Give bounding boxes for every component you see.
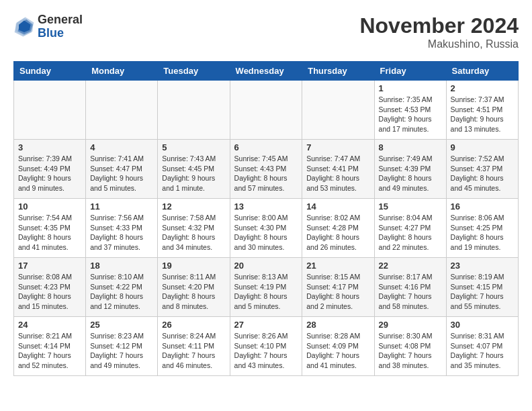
day-info: Sunrise: 7:58 AM Sunset: 4:32 PM Dayligh…	[162, 213, 225, 253]
header-saturday: Saturday	[446, 62, 518, 81]
calendar-cell-w5-d4: 27Sunrise: 8:26 AM Sunset: 4:10 PM Dayli…	[230, 317, 302, 376]
day-info: Sunrise: 7:56 AM Sunset: 4:33 PM Dayligh…	[90, 213, 153, 253]
day-number: 11	[90, 201, 153, 212]
day-info: Sunrise: 8:21 AM Sunset: 4:14 PM Dayligh…	[18, 331, 81, 371]
location: Makushino, Russia	[359, 38, 519, 50]
title-block: November 2024 Makushino, Russia	[359, 13, 519, 50]
calendar-cell-w3-d2: 11Sunrise: 7:56 AM Sunset: 4:33 PM Dayli…	[86, 199, 158, 258]
day-info: Sunrise: 8:11 AM Sunset: 4:20 PM Dayligh…	[162, 272, 225, 312]
week-row-3: 10Sunrise: 7:54 AM Sunset: 4:35 PM Dayli…	[14, 199, 519, 258]
calendar-cell-w5-d2: 25Sunrise: 8:23 AM Sunset: 4:12 PM Dayli…	[86, 317, 158, 376]
day-info: Sunrise: 7:54 AM Sunset: 4:35 PM Dayligh…	[18, 213, 81, 253]
day-number: 22	[379, 261, 442, 271]
day-info: Sunrise: 7:47 AM Sunset: 4:41 PM Dayligh…	[306, 154, 369, 193]
calendar-cell-w1-d2	[86, 81, 158, 140]
day-info: Sunrise: 8:26 AM Sunset: 4:10 PM Dayligh…	[234, 331, 298, 371]
calendar-cell-w5-d3: 26Sunrise: 8:24 AM Sunset: 4:11 PM Dayli…	[158, 317, 230, 376]
day-number: 13	[234, 201, 298, 212]
day-info: Sunrise: 7:52 AM Sunset: 4:37 PM Dayligh…	[451, 154, 514, 193]
day-number: 19	[162, 261, 225, 271]
day-number: 25	[90, 320, 153, 330]
weekday-header-row: Sunday Monday Tuesday Wednesday Thursday…	[14, 62, 519, 81]
day-info: Sunrise: 8:24 AM Sunset: 4:11 PM Dayligh…	[162, 331, 225, 371]
header-monday: Monday	[86, 62, 158, 81]
week-row-4: 17Sunrise: 8:08 AM Sunset: 4:23 PM Dayli…	[14, 258, 519, 317]
calendar-cell-w3-d4: 13Sunrise: 8:00 AM Sunset: 4:30 PM Dayli…	[230, 199, 302, 258]
week-row-1: 1Sunrise: 7:35 AM Sunset: 4:53 PM Daylig…	[14, 81, 519, 140]
day-info: Sunrise: 7:43 AM Sunset: 4:45 PM Dayligh…	[162, 154, 225, 193]
day-info: Sunrise: 8:23 AM Sunset: 4:12 PM Dayligh…	[90, 331, 153, 371]
logo-blue: Blue	[38, 27, 83, 40]
calendar-cell-w4-d6: 22Sunrise: 8:17 AM Sunset: 4:16 PM Dayli…	[374, 258, 446, 317]
calendar-cell-w1-d6: 1Sunrise: 7:35 AM Sunset: 4:53 PM Daylig…	[374, 81, 446, 140]
day-info: Sunrise: 8:10 AM Sunset: 4:22 PM Dayligh…	[90, 272, 153, 312]
calendar-cell-w4-d1: 17Sunrise: 8:08 AM Sunset: 4:23 PM Dayli…	[14, 258, 86, 317]
day-info: Sunrise: 8:00 AM Sunset: 4:30 PM Dayligh…	[234, 213, 298, 253]
day-number: 16	[451, 201, 514, 212]
calendar-cell-w1-d4	[230, 81, 302, 140]
day-number: 10	[18, 201, 81, 212]
day-number: 9	[451, 142, 514, 152]
calendar-cell-w5-d6: 29Sunrise: 8:30 AM Sunset: 4:08 PM Dayli…	[374, 317, 446, 376]
calendar-cell-w4-d2: 18Sunrise: 8:10 AM Sunset: 4:22 PM Dayli…	[86, 258, 158, 317]
day-number: 15	[379, 201, 442, 212]
calendar-cell-w2-d5: 7Sunrise: 7:47 AM Sunset: 4:41 PM Daylig…	[302, 140, 374, 199]
day-info: Sunrise: 8:19 AM Sunset: 4:15 PM Dayligh…	[451, 272, 514, 312]
calendar-cell-w3-d1: 10Sunrise: 7:54 AM Sunset: 4:35 PM Dayli…	[14, 199, 86, 258]
calendar-cell-w3-d7: 16Sunrise: 8:06 AM Sunset: 4:25 PM Dayli…	[446, 199, 518, 258]
calendar-cell-w2-d3: 5Sunrise: 7:43 AM Sunset: 4:45 PM Daylig…	[158, 140, 230, 199]
day-info: Sunrise: 8:13 AM Sunset: 4:19 PM Dayligh…	[234, 272, 298, 312]
calendar-cell-w1-d3	[158, 81, 230, 140]
day-number: 3	[18, 142, 81, 152]
day-info: Sunrise: 8:06 AM Sunset: 4:25 PM Dayligh…	[451, 213, 514, 253]
calendar-cell-w4-d5: 21Sunrise: 8:15 AM Sunset: 4:17 PM Dayli…	[302, 258, 374, 317]
calendar-cell-w2-d2: 4Sunrise: 7:41 AM Sunset: 4:47 PM Daylig…	[86, 140, 158, 199]
day-number: 21	[306, 261, 369, 271]
day-info: Sunrise: 8:30 AM Sunset: 4:08 PM Dayligh…	[379, 331, 442, 371]
calendar-cell-w5-d7: 30Sunrise: 8:31 AM Sunset: 4:07 PM Dayli…	[446, 317, 518, 376]
day-info: Sunrise: 8:15 AM Sunset: 4:17 PM Dayligh…	[306, 272, 369, 312]
day-info: Sunrise: 8:31 AM Sunset: 4:07 PM Dayligh…	[451, 331, 514, 371]
calendar-cell-w3-d3: 12Sunrise: 7:58 AM Sunset: 4:32 PM Dayli…	[158, 199, 230, 258]
calendar-cell-w4-d7: 23Sunrise: 8:19 AM Sunset: 4:15 PM Dayli…	[446, 258, 518, 317]
calendar-cell-w5-d1: 24Sunrise: 8:21 AM Sunset: 4:14 PM Dayli…	[14, 317, 86, 376]
day-info: Sunrise: 7:45 AM Sunset: 4:43 PM Dayligh…	[234, 154, 298, 193]
calendar-table: Sunday Monday Tuesday Wednesday Thursday…	[13, 61, 519, 376]
day-info: Sunrise: 7:49 AM Sunset: 4:39 PM Dayligh…	[379, 154, 442, 193]
header-thursday: Thursday	[302, 62, 374, 81]
page-header: General Blue November 2024 Makushino, Ru…	[13, 13, 519, 50]
calendar-cell-w3-d5: 14Sunrise: 8:02 AM Sunset: 4:28 PM Dayli…	[302, 199, 374, 258]
day-number: 17	[18, 261, 81, 271]
calendar-cell-w2-d1: 3Sunrise: 7:39 AM Sunset: 4:49 PM Daylig…	[14, 140, 86, 199]
day-info: Sunrise: 7:37 AM Sunset: 4:51 PM Dayligh…	[451, 95, 514, 134]
calendar-cell-w3-d6: 15Sunrise: 8:04 AM Sunset: 4:27 PM Dayli…	[374, 199, 446, 258]
header-tuesday: Tuesday	[158, 62, 230, 81]
day-info: Sunrise: 8:02 AM Sunset: 4:28 PM Dayligh…	[306, 213, 369, 253]
day-info: Sunrise: 7:39 AM Sunset: 4:49 PM Dayligh…	[18, 154, 81, 193]
calendar-cell-w4-d4: 20Sunrise: 8:13 AM Sunset: 4:19 PM Dayli…	[230, 258, 302, 317]
day-info: Sunrise: 8:04 AM Sunset: 4:27 PM Dayligh…	[379, 213, 442, 253]
day-info: Sunrise: 8:17 AM Sunset: 4:16 PM Dayligh…	[379, 272, 442, 312]
day-number: 5	[162, 142, 225, 152]
day-number: 1	[379, 83, 442, 93]
day-number: 18	[90, 261, 153, 271]
month-title: November 2024	[359, 13, 519, 38]
logo-general: General	[38, 13, 83, 27]
day-number: 26	[162, 320, 225, 330]
day-info: Sunrise: 8:08 AM Sunset: 4:23 PM Dayligh…	[18, 272, 81, 312]
header-wednesday: Wednesday	[230, 62, 302, 81]
day-number: 8	[379, 142, 442, 152]
header-sunday: Sunday	[14, 62, 86, 81]
logo-text: General Blue	[38, 13, 83, 40]
day-info: Sunrise: 7:41 AM Sunset: 4:47 PM Dayligh…	[90, 154, 153, 193]
day-info: Sunrise: 8:28 AM Sunset: 4:09 PM Dayligh…	[306, 331, 369, 371]
day-number: 27	[234, 320, 298, 330]
day-number: 2	[451, 83, 514, 93]
day-info: Sunrise: 7:35 AM Sunset: 4:53 PM Dayligh…	[379, 95, 442, 134]
day-number: 14	[306, 201, 369, 212]
logo: General Blue	[13, 13, 83, 40]
logo-icon	[13, 16, 35, 38]
calendar-cell-w5-d5: 28Sunrise: 8:28 AM Sunset: 4:09 PM Dayli…	[302, 317, 374, 376]
day-number: 6	[234, 142, 298, 152]
day-number: 12	[162, 201, 225, 212]
